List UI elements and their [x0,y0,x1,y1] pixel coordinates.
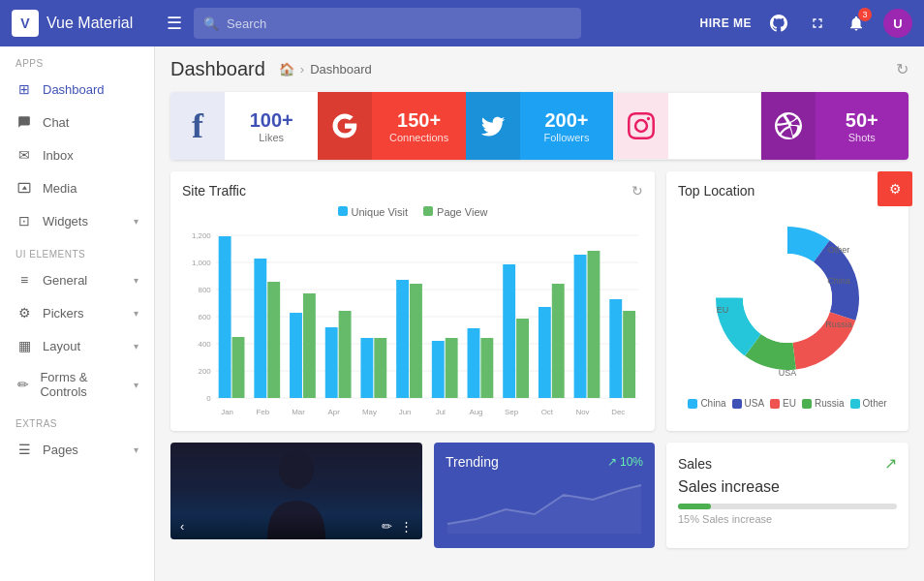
sales-subtitle: Sales increase [678,478,897,496]
pages-icon: ☰ [15,441,33,458]
trending-title: Trending [446,454,499,470]
social-card-instagram[interactable] [613,92,760,160]
svg-rect-25 [410,284,422,398]
svg-text:400: 400 [199,340,212,349]
layout-icon: ▦ [15,337,33,354]
prev-icon[interactable]: ‹ [180,519,184,534]
brand-name: Vue Material [46,15,133,32]
sidebar-label-pages: Pages [43,443,78,457]
media-icon [15,179,33,197]
bar-chart: 1,200 1,000 800 600 400 200 0 [182,226,643,419]
twitter-icon [466,92,520,160]
instagram-stats [668,118,759,134]
legend-pageview: Page View [423,206,487,218]
sidebar-item-general[interactable]: ≡ General ▾ [0,263,154,296]
widgets-icon: ⊡ [15,212,33,229]
fullscreen-icon[interactable] [806,12,829,35]
settings-button[interactable]: ⚙ [878,171,912,206]
legend-russia: Russia [802,398,845,409]
media-controls-overlay: ‹ ✏ ⋮ [170,513,422,539]
sidebar-label-general: General [43,273,87,288]
facebook-icon: f [170,92,225,160]
chevron-down-icon-2: ▾ [134,275,139,286]
dashboard-icon: ⊞ [15,80,33,98]
page-title: Dashboard [170,58,265,80]
svg-rect-16 [254,259,266,398]
sidebar-section-extras: Extras [0,407,154,433]
svg-rect-31 [516,319,529,398]
sidebar-item-widgets[interactable]: ⊡ Widgets ▾ [0,204,154,237]
sidebar-label-dashboard: Dashboard [43,82,105,97]
svg-text:1,000: 1,000 [192,259,211,267]
svg-text:Sep: Sep [505,408,519,416]
legend-china: China [688,398,725,409]
more-icon[interactable]: ⋮ [400,519,413,534]
chart-refresh-icon[interactable]: ↻ [631,183,643,199]
user-avatar[interactable]: U [883,9,912,38]
progress-bar-fill [678,504,711,509]
social-card-google[interactable]: 150+ Connections [318,92,465,160]
svg-text:China: China [827,276,850,286]
sidebar-item-media[interactable]: Media [0,171,154,204]
notifications-icon[interactable]: 3 [845,12,868,35]
charts-row: Site Traffic ↻ Unique Visit Page View [170,171,909,431]
home-icon: 🏠 [279,62,294,76]
svg-rect-30 [503,264,515,398]
sidebar-item-dashboard[interactable]: ⊞ Dashboard [0,73,154,106]
sales-title: Sales [678,456,712,472]
chevron-down-icon-3: ▾ [134,308,139,319]
svg-rect-24 [396,280,409,398]
progress-label: 15% Sales increase [678,513,897,525]
svg-text:Jul: Jul [436,408,446,416]
sidebar-item-inbox[interactable]: ✉ Inbox [0,138,154,171]
google-count: 150+ [397,109,441,132]
svg-rect-33 [552,284,565,398]
sidebar-item-pages[interactable]: ☰ Pages ▾ [0,433,154,466]
github-icon[interactable] [767,12,790,35]
search-input[interactable] [227,16,571,31]
location-legend: China USA EU Russia [678,398,897,409]
svg-text:Other: Other [828,245,850,255]
navbar-right: HIRE ME 3 U [699,9,912,38]
hire-me-link[interactable]: HIRE ME [699,16,752,30]
notification-badge: 3 [858,8,872,21]
svg-rect-26 [432,341,445,398]
chart-title: Site Traffic [182,183,246,199]
svg-rect-20 [325,327,338,398]
svg-text:May: May [362,408,377,416]
sidebar-item-chat[interactable]: Chat [0,106,154,138]
sales-up-icon: ↗ [884,454,897,473]
social-card-dribbble[interactable]: 50+ Shots [761,92,909,160]
sidebar-label-layout: Layout [43,339,80,353]
search-bar[interactable]: 🔍 [194,8,581,39]
svg-text:200: 200 [199,367,212,376]
inbox-icon: ✉ [15,146,33,164]
svg-rect-23 [374,338,386,398]
top-location-card: Top Location ⚙ [666,171,909,431]
chevron-down-icon: ▾ [134,216,139,227]
svg-text:1,200: 1,200 [192,231,211,240]
refresh-icon[interactable]: ↻ [896,60,909,78]
svg-text:Feb: Feb [256,408,269,416]
forms-icon: ✏ [15,376,30,393]
facebook-stats: 100+ Likes [225,102,318,151]
sidebar-label-inbox: Inbox [43,148,74,163]
svg-text:0: 0 [206,394,211,403]
facebook-count: 100+ [250,109,293,132]
svg-text:Russia: Russia [825,320,852,329]
brand-icon: V [12,10,39,37]
social-card-facebook[interactable]: f 100+ Likes [170,92,318,160]
sidebar-item-layout[interactable]: ▦ Layout ▾ [0,329,154,362]
social-card-twitter[interactable]: 200+ Followers [466,92,613,160]
sidebar-item-pickers[interactable]: ⚙ Pickers ▾ [0,296,154,329]
menu-icon[interactable]: ☰ [167,13,182,34]
svg-rect-22 [360,338,373,398]
sidebar-item-forms[interactable]: ✏ Forms & Controls ▾ [0,362,154,407]
legend-other: Other [850,398,887,409]
navbar: V Vue Material ☰ 🔍 HIRE ME 3 U [0,0,924,46]
chart-legend: Unique Visit Page View [182,206,643,218]
edit-icon[interactable]: ✏ [382,519,392,534]
main-content: Dashboard 🏠 › Dashboard ↻ f 100+ Likes [155,46,924,581]
main-layout: Apps ⊞ Dashboard Chat ✉ Inbox Media ⊡ Wi… [0,46,924,581]
trending-sparkline [446,475,643,534]
